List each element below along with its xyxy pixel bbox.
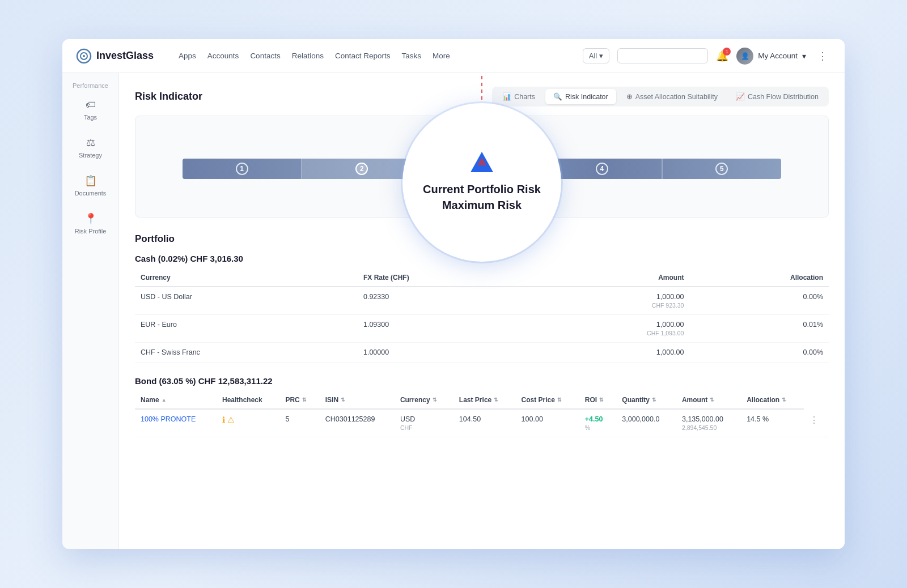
logo-area[interactable]: InvestGlass [76,48,154,64]
cash-row-usd: USD - US Dollar 0.92330 1,000.00 CHF 923… [135,287,829,315]
content-area: Risk Indicator 📊 Charts 🔍 Risk Indicator… [119,73,845,549]
chevron-down-icon: ▾ [599,52,603,60]
sort-icon-quantity: ⇅ [652,397,656,403]
bond-name-link[interactable]: 100% PRONOTE [141,415,196,423]
risk-segment-5: 5 [663,159,782,179]
row-menu-button[interactable]: ⋮ [804,409,829,437]
bond-col-prc[interactable]: PRC ⇅ [279,391,319,409]
bond-col-isin[interactable]: ISIN ⇅ [320,391,395,409]
sidebar-header: Performance [62,78,118,91]
risk-segment-1: 1 [183,159,303,179]
documents-label: Documents [75,190,107,197]
portfolio-section: Portfolio Cash (0.02%) CHF 3,016.30 Curr… [135,233,829,437]
sort-icon-allocation: ⇅ [782,397,786,403]
bond-col-cost-price[interactable]: Cost Price ⇅ [516,391,579,409]
cash-col-amount: Amount [537,269,690,287]
navbar: InvestGlass Apps Accounts Contacts Relat… [62,39,845,73]
nav-contacts[interactable]: Contacts [250,52,280,60]
cash-amount-usd: 1,000.00 CHF 923.30 [537,287,690,315]
account-label: My Account [758,52,798,60]
bond-row-pronote: 100% PRONOTE ℹ ⚠ 5 CH0301125289 [135,409,829,437]
bond-col-roi[interactable]: ROI ⇅ [579,391,617,409]
bond-col-last-price[interactable]: Last Price ⇅ [454,391,516,409]
bond-last-price: 104.50 [454,409,516,437]
nav-apps[interactable]: Apps [179,52,196,60]
nav-accounts[interactable]: Accounts [207,52,239,60]
tab-cash-flow[interactable]: 📈 Cash Flow Distribution [728,89,827,104]
cash-currency-chf: CHF - Swiss Franc [135,343,358,363]
sort-icon-isin: ⇅ [341,397,345,403]
row-context-menu-icon[interactable]: ⋮ [809,415,819,425]
risk-profile-label: Risk Profile [75,228,107,235]
cash-fx-eur: 1.09300 [358,315,537,343]
cash-row-chf: CHF - Swiss Franc 1.00000 1,000.00 0.00% [135,343,829,363]
bond-isin: CH0301125289 [320,409,395,437]
cash-col-allocation: Allocation [689,269,829,287]
app-name: InvestGlass [96,50,154,62]
sidebar-item-risk-profile[interactable]: 📍 Risk Profile [62,204,118,242]
bond-col-currency[interactable]: Currency ⇅ [395,391,454,409]
browser-window: InvestGlass Apps Accounts Contacts Relat… [62,39,845,549]
avatar: 👤 [736,48,753,65]
sort-asc-icon: ▲ [162,397,167,403]
strategy-label: Strategy [79,152,102,159]
bond-col-quantity[interactable]: Quantity ⇅ [616,391,676,409]
bond-col-amount[interactable]: Amount ⇅ [676,391,741,409]
notification-button[interactable]: 🔔 1 [716,50,728,62]
bond-prc: 5 [279,409,319,437]
bond-currency: USD CHF [395,409,454,437]
sidebar-item-strategy[interactable]: ⚖ Strategy [62,129,118,167]
charts-icon: 📊 [502,92,511,101]
sort-icon-cost-price: ⇅ [557,397,562,403]
notification-badge: 1 [723,48,731,56]
bond-name: 100% PRONOTE [135,409,217,437]
account-chevron-icon: ▾ [802,52,806,61]
cash-currency-usd: USD - US Dollar [135,287,358,315]
bond-header: Bond (63.05 %) CHF 12,583,311.22 [135,376,829,386]
cash-amount-chf: 1,000.00 [537,343,690,363]
nav-contact-reports[interactable]: Contact Reports [335,52,391,60]
sort-icon-amount: ⇅ [710,397,714,403]
bond-roi: +4.50 % [579,409,617,437]
risk-triangle-icon [471,152,493,172]
cash-col-fx-rate: FX Rate (CHF) [358,269,537,287]
risk-indicator-title: Risk Indicator [135,91,202,103]
sidebar-item-documents[interactable]: 📋 Documents [62,167,118,204]
cash-fx-usd: 0.92330 [358,287,537,315]
bond-table: Name ▲ Healthcheck PRC ⇅ [135,391,829,437]
tab-asset-allocation[interactable]: ⊕ Asset Allocation Suitability [618,89,726,104]
bond-col-allocation[interactable]: Allocation ⇅ [741,391,804,409]
tab-charts[interactable]: 📊 Charts [494,89,543,104]
zoom-circle: Current Portfolio Risk Maximum Risk [402,103,561,262]
bond-col-name[interactable]: Name ▲ [135,391,217,409]
bond-amount: 3,135,000.00 2,894,545.50 [676,409,741,437]
cash-alloc-eur: 0.01% [689,315,829,343]
sidebar-item-tags[interactable]: 🏷 Tags [62,91,118,129]
nav-tasks[interactable]: Tasks [401,52,421,60]
nav-relations[interactable]: Relations [292,52,324,60]
cash-col-currency: Currency [135,269,358,287]
risk-indicator-icon: 🔍 [553,92,562,101]
search-input[interactable] [617,48,708,63]
sidebar: Performance 🏷 Tags ⚖ Strategy 📋 Document… [62,73,119,549]
svg-point-2 [83,55,85,57]
tab-risk-indicator[interactable]: 🔍 Risk Indicator [545,89,616,104]
more-options-button[interactable]: ⋮ [814,48,831,65]
bond-healthcheck: ℹ ⚠ [217,409,279,437]
strategy-icon: ⚖ [86,137,95,149]
sort-icon-roi: ⇅ [599,397,604,403]
nav-right: All ▾ 🔔 1 👤 My Account ▾ ⋮ [583,48,831,65]
account-button[interactable]: 👤 My Account ▾ [736,48,806,65]
cash-table: Currency FX Rate (CHF) Amount Allocation… [135,269,829,363]
sort-icon-prc: ⇅ [302,397,307,403]
cash-flow-icon: 📈 [736,92,745,101]
documents-icon: 📋 [84,174,97,187]
bond-allocation: 14.5 % [741,409,804,437]
nav-links: Apps Accounts Contacts Relations Contact… [179,52,567,60]
all-dropdown[interactable]: All ▾ [583,48,609,63]
tags-label: Tags [84,114,97,121]
nav-more[interactable]: More [433,52,450,60]
sort-icon-last-price: ⇅ [494,397,498,403]
healthcheck-alert-icon: ⚠ [227,415,235,424]
healthcheck-warning-icon: ℹ [222,415,225,424]
